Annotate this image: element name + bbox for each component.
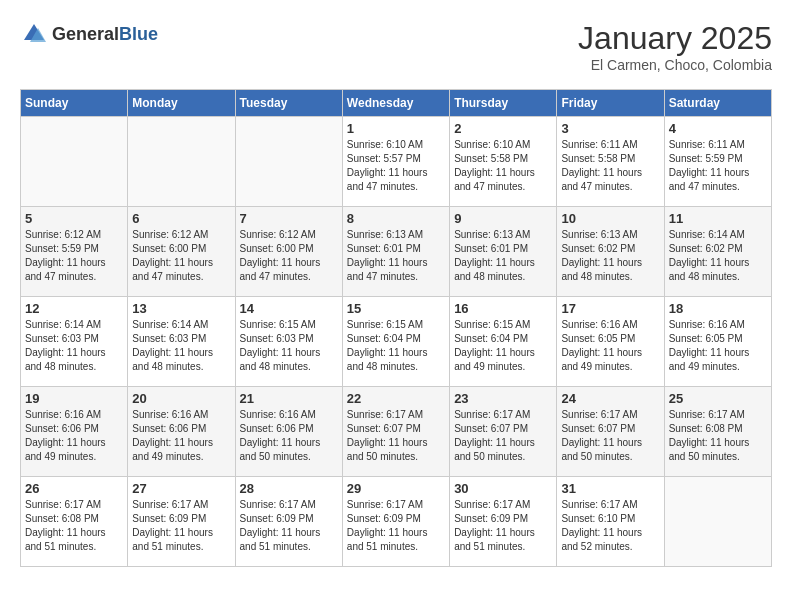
day-info: Sunrise: 6:16 AM Sunset: 6:05 PM Dayligh… bbox=[669, 318, 767, 374]
calendar-cell: 18Sunrise: 6:16 AM Sunset: 6:05 PM Dayli… bbox=[664, 297, 771, 387]
calendar-cell: 8Sunrise: 6:13 AM Sunset: 6:01 PM Daylig… bbox=[342, 207, 449, 297]
calendar-cell: 20Sunrise: 6:16 AM Sunset: 6:06 PM Dayli… bbox=[128, 387, 235, 477]
day-number: 1 bbox=[347, 121, 445, 136]
calendar-cell: 2Sunrise: 6:10 AM Sunset: 5:58 PM Daylig… bbox=[450, 117, 557, 207]
day-number: 8 bbox=[347, 211, 445, 226]
day-number: 30 bbox=[454, 481, 552, 496]
location-subtitle: El Carmen, Choco, Colombia bbox=[578, 57, 772, 73]
day-number: 3 bbox=[561, 121, 659, 136]
calendar-cell: 5Sunrise: 6:12 AM Sunset: 5:59 PM Daylig… bbox=[21, 207, 128, 297]
calendar-cell: 28Sunrise: 6:17 AM Sunset: 6:09 PM Dayli… bbox=[235, 477, 342, 567]
day-info: Sunrise: 6:10 AM Sunset: 5:57 PM Dayligh… bbox=[347, 138, 445, 194]
day-number: 14 bbox=[240, 301, 338, 316]
day-info: Sunrise: 6:11 AM Sunset: 5:58 PM Dayligh… bbox=[561, 138, 659, 194]
day-info: Sunrise: 6:16 AM Sunset: 6:06 PM Dayligh… bbox=[240, 408, 338, 464]
calendar-cell bbox=[21, 117, 128, 207]
calendar-cell: 29Sunrise: 6:17 AM Sunset: 6:09 PM Dayli… bbox=[342, 477, 449, 567]
day-info: Sunrise: 6:17 AM Sunset: 6:10 PM Dayligh… bbox=[561, 498, 659, 554]
calendar-cell: 17Sunrise: 6:16 AM Sunset: 6:05 PM Dayli… bbox=[557, 297, 664, 387]
day-info: Sunrise: 6:17 AM Sunset: 6:09 PM Dayligh… bbox=[454, 498, 552, 554]
logo-text-blue: Blue bbox=[119, 24, 158, 44]
calendar-cell: 16Sunrise: 6:15 AM Sunset: 6:04 PM Dayli… bbox=[450, 297, 557, 387]
day-info: Sunrise: 6:14 AM Sunset: 6:02 PM Dayligh… bbox=[669, 228, 767, 284]
calendar-cell: 31Sunrise: 6:17 AM Sunset: 6:10 PM Dayli… bbox=[557, 477, 664, 567]
day-number: 31 bbox=[561, 481, 659, 496]
day-info: Sunrise: 6:16 AM Sunset: 6:06 PM Dayligh… bbox=[25, 408, 123, 464]
day-header-monday: Monday bbox=[128, 90, 235, 117]
day-number: 6 bbox=[132, 211, 230, 226]
calendar-cell: 24Sunrise: 6:17 AM Sunset: 6:07 PM Dayli… bbox=[557, 387, 664, 477]
day-number: 13 bbox=[132, 301, 230, 316]
day-number: 5 bbox=[25, 211, 123, 226]
day-number: 4 bbox=[669, 121, 767, 136]
calendar-cell: 1Sunrise: 6:10 AM Sunset: 5:57 PM Daylig… bbox=[342, 117, 449, 207]
page-header: GeneralBlue January 2025 El Carmen, Choc… bbox=[20, 20, 772, 73]
calendar-cell: 19Sunrise: 6:16 AM Sunset: 6:06 PM Dayli… bbox=[21, 387, 128, 477]
calendar-week-row: 12Sunrise: 6:14 AM Sunset: 6:03 PM Dayli… bbox=[21, 297, 772, 387]
days-header-row: SundayMondayTuesdayWednesdayThursdayFrid… bbox=[21, 90, 772, 117]
day-number: 29 bbox=[347, 481, 445, 496]
day-number: 25 bbox=[669, 391, 767, 406]
day-info: Sunrise: 6:17 AM Sunset: 6:08 PM Dayligh… bbox=[25, 498, 123, 554]
calendar-week-row: 26Sunrise: 6:17 AM Sunset: 6:08 PM Dayli… bbox=[21, 477, 772, 567]
day-number: 26 bbox=[25, 481, 123, 496]
day-info: Sunrise: 6:16 AM Sunset: 6:05 PM Dayligh… bbox=[561, 318, 659, 374]
calendar-cell: 11Sunrise: 6:14 AM Sunset: 6:02 PM Dayli… bbox=[664, 207, 771, 297]
day-info: Sunrise: 6:10 AM Sunset: 5:58 PM Dayligh… bbox=[454, 138, 552, 194]
logo-icon bbox=[20, 20, 48, 48]
day-info: Sunrise: 6:12 AM Sunset: 5:59 PM Dayligh… bbox=[25, 228, 123, 284]
calendar-cell: 6Sunrise: 6:12 AM Sunset: 6:00 PM Daylig… bbox=[128, 207, 235, 297]
day-info: Sunrise: 6:15 AM Sunset: 6:04 PM Dayligh… bbox=[347, 318, 445, 374]
logo: GeneralBlue bbox=[20, 20, 158, 48]
day-number: 12 bbox=[25, 301, 123, 316]
day-info: Sunrise: 6:13 AM Sunset: 6:02 PM Dayligh… bbox=[561, 228, 659, 284]
calendar-cell: 30Sunrise: 6:17 AM Sunset: 6:09 PM Dayli… bbox=[450, 477, 557, 567]
day-info: Sunrise: 6:11 AM Sunset: 5:59 PM Dayligh… bbox=[669, 138, 767, 194]
day-number: 24 bbox=[561, 391, 659, 406]
day-number: 21 bbox=[240, 391, 338, 406]
calendar-cell: 27Sunrise: 6:17 AM Sunset: 6:09 PM Dayli… bbox=[128, 477, 235, 567]
day-number: 11 bbox=[669, 211, 767, 226]
day-number: 27 bbox=[132, 481, 230, 496]
logo-text-general: General bbox=[52, 24, 119, 44]
calendar-cell: 25Sunrise: 6:17 AM Sunset: 6:08 PM Dayli… bbox=[664, 387, 771, 477]
day-info: Sunrise: 6:17 AM Sunset: 6:07 PM Dayligh… bbox=[347, 408, 445, 464]
day-header-saturday: Saturday bbox=[664, 90, 771, 117]
day-header-wednesday: Wednesday bbox=[342, 90, 449, 117]
month-title: January 2025 bbox=[578, 20, 772, 57]
day-number: 28 bbox=[240, 481, 338, 496]
day-header-sunday: Sunday bbox=[21, 90, 128, 117]
day-number: 17 bbox=[561, 301, 659, 316]
day-header-tuesday: Tuesday bbox=[235, 90, 342, 117]
calendar-cell bbox=[235, 117, 342, 207]
calendar-week-row: 5Sunrise: 6:12 AM Sunset: 5:59 PM Daylig… bbox=[21, 207, 772, 297]
day-number: 7 bbox=[240, 211, 338, 226]
day-info: Sunrise: 6:16 AM Sunset: 6:06 PM Dayligh… bbox=[132, 408, 230, 464]
day-info: Sunrise: 6:15 AM Sunset: 6:03 PM Dayligh… bbox=[240, 318, 338, 374]
day-number: 20 bbox=[132, 391, 230, 406]
day-info: Sunrise: 6:14 AM Sunset: 6:03 PM Dayligh… bbox=[132, 318, 230, 374]
calendar-cell: 10Sunrise: 6:13 AM Sunset: 6:02 PM Dayli… bbox=[557, 207, 664, 297]
calendar-cell: 3Sunrise: 6:11 AM Sunset: 5:58 PM Daylig… bbox=[557, 117, 664, 207]
calendar-cell: 26Sunrise: 6:17 AM Sunset: 6:08 PM Dayli… bbox=[21, 477, 128, 567]
title-block: January 2025 El Carmen, Choco, Colombia bbox=[578, 20, 772, 73]
day-info: Sunrise: 6:13 AM Sunset: 6:01 PM Dayligh… bbox=[347, 228, 445, 284]
day-info: Sunrise: 6:17 AM Sunset: 6:07 PM Dayligh… bbox=[454, 408, 552, 464]
day-info: Sunrise: 6:12 AM Sunset: 6:00 PM Dayligh… bbox=[240, 228, 338, 284]
calendar-cell: 13Sunrise: 6:14 AM Sunset: 6:03 PM Dayli… bbox=[128, 297, 235, 387]
day-info: Sunrise: 6:17 AM Sunset: 6:07 PM Dayligh… bbox=[561, 408, 659, 464]
day-number: 10 bbox=[561, 211, 659, 226]
calendar-cell: 15Sunrise: 6:15 AM Sunset: 6:04 PM Dayli… bbox=[342, 297, 449, 387]
day-number: 2 bbox=[454, 121, 552, 136]
day-info: Sunrise: 6:17 AM Sunset: 6:09 PM Dayligh… bbox=[347, 498, 445, 554]
day-header-friday: Friday bbox=[557, 90, 664, 117]
day-info: Sunrise: 6:14 AM Sunset: 6:03 PM Dayligh… bbox=[25, 318, 123, 374]
calendar-cell: 7Sunrise: 6:12 AM Sunset: 6:00 PM Daylig… bbox=[235, 207, 342, 297]
day-number: 19 bbox=[25, 391, 123, 406]
day-info: Sunrise: 6:17 AM Sunset: 6:08 PM Dayligh… bbox=[669, 408, 767, 464]
day-header-thursday: Thursday bbox=[450, 90, 557, 117]
calendar-cell: 21Sunrise: 6:16 AM Sunset: 6:06 PM Dayli… bbox=[235, 387, 342, 477]
calendar-cell: 12Sunrise: 6:14 AM Sunset: 6:03 PM Dayli… bbox=[21, 297, 128, 387]
day-info: Sunrise: 6:12 AM Sunset: 6:00 PM Dayligh… bbox=[132, 228, 230, 284]
day-info: Sunrise: 6:17 AM Sunset: 6:09 PM Dayligh… bbox=[240, 498, 338, 554]
